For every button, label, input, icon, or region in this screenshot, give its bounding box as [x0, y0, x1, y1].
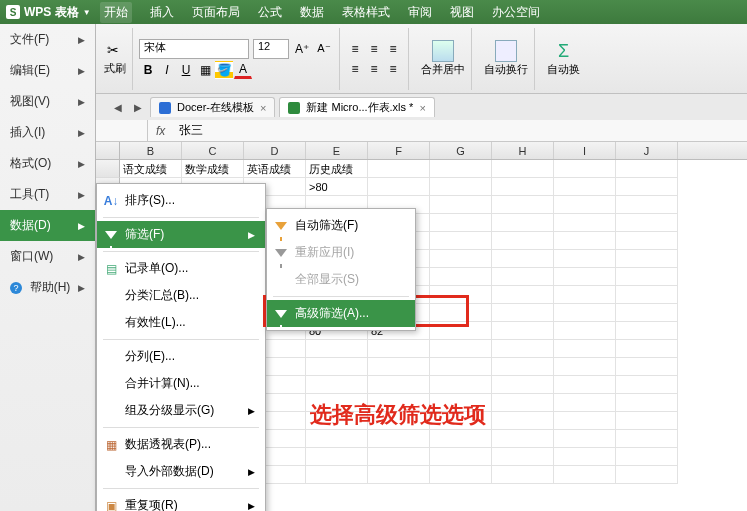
- cell[interactable]: [430, 178, 492, 196]
- align-center-icon[interactable]: ≡: [365, 60, 383, 78]
- submenu-item[interactable]: 自动筛选(F): [267, 212, 415, 239]
- cell[interactable]: [554, 196, 616, 214]
- leftmenu-item[interactable]: 视图(V)▶: [0, 86, 95, 117]
- cell[interactable]: [616, 232, 678, 250]
- cell[interactable]: [492, 466, 554, 484]
- close-icon[interactable]: ×: [419, 102, 425, 114]
- cell[interactable]: [616, 448, 678, 466]
- cell[interactable]: [430, 286, 492, 304]
- menu-表格样式[interactable]: 表格样式: [342, 4, 390, 21]
- cell[interactable]: [616, 358, 678, 376]
- menu-视图[interactable]: 视图: [450, 4, 474, 21]
- cell[interactable]: [554, 394, 616, 412]
- cell[interactable]: [306, 358, 368, 376]
- cell[interactable]: [492, 376, 554, 394]
- cell[interactable]: [554, 412, 616, 430]
- data-menu-popup[interactable]: A↓排序(S)...筛选(F)▶▤记录单(O)...分类汇总(B)...有效性(…: [96, 183, 266, 511]
- cell[interactable]: [492, 322, 554, 340]
- fx-icon[interactable]: fx: [148, 124, 173, 138]
- leftmenu-item[interactable]: 插入(I)▶: [0, 117, 95, 148]
- cell[interactable]: 英语成绩: [244, 160, 306, 178]
- cell[interactable]: [554, 178, 616, 196]
- cell[interactable]: [430, 304, 492, 322]
- cell[interactable]: [492, 286, 554, 304]
- doc-tab[interactable]: Docer-在线模板×: [150, 97, 275, 117]
- cell[interactable]: [368, 340, 430, 358]
- cell[interactable]: [492, 412, 554, 430]
- cell[interactable]: [492, 160, 554, 178]
- doc-tab[interactable]: 新建 Micro...作表.xls *×: [279, 97, 434, 117]
- cell[interactable]: [616, 286, 678, 304]
- cell[interactable]: [368, 466, 430, 484]
- cell[interactable]: [368, 430, 430, 448]
- col-header[interactable]: C: [182, 142, 244, 159]
- cell[interactable]: [430, 448, 492, 466]
- cell[interactable]: [368, 160, 430, 178]
- cell[interactable]: [616, 250, 678, 268]
- wrap-text-group[interactable]: 自动换行: [478, 28, 535, 90]
- cell[interactable]: [492, 214, 554, 232]
- cell[interactable]: [616, 214, 678, 232]
- menu-插入[interactable]: 插入: [150, 4, 174, 21]
- font-family-select[interactable]: 宋体: [139, 39, 249, 59]
- underline-icon[interactable]: U: [177, 61, 195, 79]
- menu-item[interactable]: A↓排序(S)...: [97, 187, 265, 214]
- cell[interactable]: [554, 214, 616, 232]
- cell[interactable]: [368, 358, 430, 376]
- row-header[interactable]: [96, 160, 120, 178]
- menu-item[interactable]: ▦数据透视表(P)...: [97, 431, 265, 458]
- leftmenu-item[interactable]: 窗口(W)▶: [0, 241, 95, 272]
- tab-next-icon[interactable]: ▶: [130, 102, 146, 113]
- cell[interactable]: [616, 322, 678, 340]
- leftmenu-item[interactable]: 工具(T)▶: [0, 179, 95, 210]
- cell[interactable]: [430, 322, 492, 340]
- cell[interactable]: >80: [306, 178, 368, 196]
- formula-value[interactable]: 张三: [173, 122, 209, 139]
- cell[interactable]: [368, 178, 430, 196]
- filter-submenu-popup[interactable]: 自动筛选(F)重新应用(I)全部显示(S)高级筛选(A)...: [266, 208, 416, 331]
- cell[interactable]: [492, 178, 554, 196]
- fill-color-icon[interactable]: 🪣: [215, 61, 233, 79]
- cell[interactable]: [554, 340, 616, 358]
- col-header[interactable]: J: [616, 142, 678, 159]
- cell[interactable]: [616, 394, 678, 412]
- menu-item[interactable]: ▣重复项(R)▶: [97, 492, 265, 511]
- cell[interactable]: [430, 376, 492, 394]
- cell[interactable]: [430, 268, 492, 286]
- col-header[interactable]: E: [306, 142, 368, 159]
- cell[interactable]: [554, 358, 616, 376]
- merge-center-group[interactable]: 合并居中: [415, 28, 472, 90]
- col-header[interactable]: D: [244, 142, 306, 159]
- cell[interactable]: [492, 304, 554, 322]
- cell[interactable]: [492, 448, 554, 466]
- cell[interactable]: [616, 196, 678, 214]
- col-header[interactable]: G: [430, 142, 492, 159]
- menu-办公空间[interactable]: 办公空间: [492, 4, 540, 21]
- align-middle-icon[interactable]: ≡: [365, 40, 383, 58]
- cell[interactable]: [306, 466, 368, 484]
- cell[interactable]: 语文成绩: [120, 160, 182, 178]
- menu-审阅[interactable]: 审阅: [408, 4, 432, 21]
- cell[interactable]: [554, 304, 616, 322]
- cell[interactable]: [492, 340, 554, 358]
- cell[interactable]: [616, 340, 678, 358]
- menu-页面布局[interactable]: 页面布局: [192, 4, 240, 21]
- italic-icon[interactable]: I: [158, 61, 176, 79]
- titlebar-dropdown-icon[interactable]: ▼: [83, 8, 91, 17]
- cell[interactable]: [616, 268, 678, 286]
- cell[interactable]: [306, 376, 368, 394]
- menu-item[interactable]: 导入外部数据(D)▶: [97, 458, 265, 485]
- cell[interactable]: [554, 250, 616, 268]
- menu-item[interactable]: 合并计算(N)...: [97, 370, 265, 397]
- cell[interactable]: [430, 466, 492, 484]
- align-left-icon[interactable]: ≡: [346, 60, 364, 78]
- leftmenu-item[interactable]: 数据(D)▶: [0, 210, 95, 241]
- format-brush-icon[interactable]: ✂: [104, 41, 122, 59]
- cell[interactable]: [492, 268, 554, 286]
- cell[interactable]: [492, 250, 554, 268]
- cell[interactable]: [554, 430, 616, 448]
- cell[interactable]: [430, 196, 492, 214]
- increase-font-icon[interactable]: A⁺: [293, 40, 311, 58]
- cell[interactable]: [368, 448, 430, 466]
- menu-item[interactable]: 组及分级显示(G)▶: [97, 397, 265, 424]
